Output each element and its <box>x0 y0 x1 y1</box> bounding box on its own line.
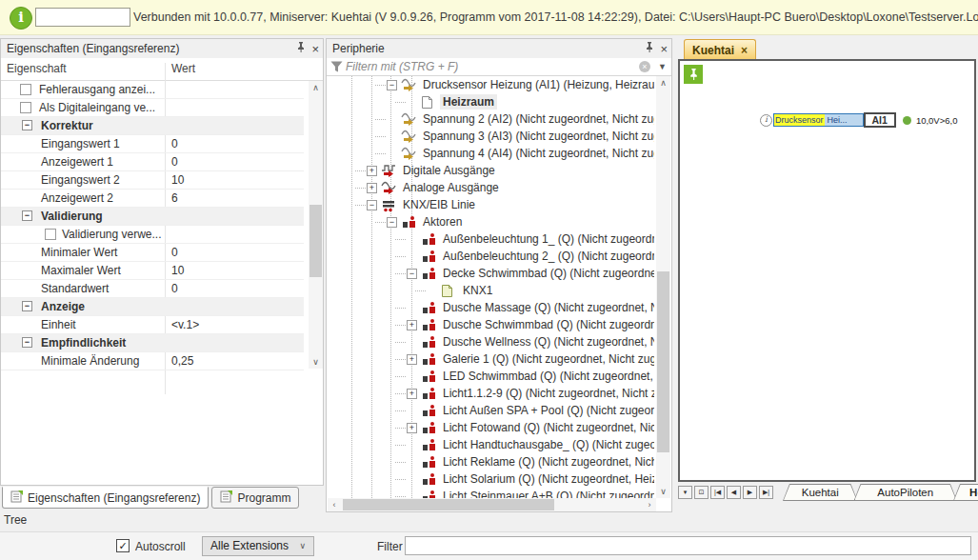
tree-vscrollbar[interactable]: ∧ ∨ <box>656 76 670 498</box>
tree-item[interactable]: Spannung 4 (AI4) (Nicht zugeordnet, Nich… <box>327 145 654 162</box>
property-value[interactable]: 10 <box>171 171 184 189</box>
property-label: Minimaler Wert <box>41 244 117 261</box>
sheet-tab-autopiloten[interactable]: AutoPiloten <box>854 484 958 501</box>
property-label: Standardwert <box>41 280 109 297</box>
tree-item-label: LED Schwimmbad (Q) (Nicht zugeordnet, N <box>440 369 654 384</box>
tree-item[interactable]: KNX1 <box>327 282 654 299</box>
tree-item[interactable]: LED Schwimmbad (Q) (Nicht zugeordnet, N <box>327 368 654 385</box>
property-value[interactable]: 0 <box>171 244 178 261</box>
periphery-panel-title: Peripherie <box>332 42 385 55</box>
expand-icon[interactable]: + <box>407 389 417 399</box>
extensions-dropdown[interactable]: Alle Extensions ∨ <box>202 536 314 556</box>
tree-item[interactable]: Licht Reklame (Q) (Nicht zugeordnet, Nic… <box>327 453 654 470</box>
scroll-up-icon[interactable]: ∧ <box>656 76 670 90</box>
sheet-nav-first-icon[interactable]: |◀ <box>710 486 725 499</box>
filter-dropdown-icon[interactable]: ▼ <box>658 62 667 71</box>
tree-item[interactable]: −KNX/EIB Linie <box>327 196 654 213</box>
autoscroll-checkbox[interactable]: ✓ <box>116 539 130 552</box>
sheet-tab-bar: ▾⊡|◀◀▶▶|KuehtaiAutoPilotenHeizraumKN <box>678 483 978 502</box>
sheet-nav-last-icon[interactable]: ▶| <box>759 486 773 499</box>
tab-close-icon[interactable]: × <box>741 44 748 57</box>
autoscroll-label: Autoscroll <box>135 532 186 560</box>
tree-item[interactable]: −Decke Schwimmbad (Q) (Nicht zugeordnet <box>327 265 654 282</box>
sheet-nav-next-icon[interactable]: ▶ <box>743 486 757 499</box>
scroll-right-icon[interactable]: › <box>643 498 656 511</box>
scrollbar-thumb[interactable] <box>309 205 322 277</box>
property-value[interactable]: 6 <box>171 190 178 207</box>
document-tab-kuehtai[interactable]: Kuehtai × <box>684 39 756 60</box>
property-checkbox[interactable] <box>45 229 56 240</box>
tree-item[interactable]: −Aktoren <box>327 213 654 230</box>
tree-item[interactable]: +Analoge Ausgänge <box>327 179 654 196</box>
tree-item[interactable]: −Drucksensor Heizung (AI1) (Heizung, Hei… <box>327 76 654 93</box>
properties-scrollbar[interactable]: ∧ ∨ <box>309 81 323 369</box>
expand-icon[interactable]: + <box>407 320 417 330</box>
filter-clear-icon[interactable]: × <box>639 61 650 72</box>
property-checkbox[interactable] <box>20 84 31 95</box>
property-value[interactable]: 10 <box>171 262 184 279</box>
property-value[interactable]: 0,25 <box>171 352 193 370</box>
scrollbar-thumb[interactable] <box>657 271 669 452</box>
sheet-nav-dropdown-icon[interactable]: ▾ <box>678 486 692 499</box>
pin-icon[interactable] <box>645 39 654 58</box>
dock-tab-programm[interactable]: Programm <box>211 487 299 509</box>
property-row: Maximaler Wert10 <box>1 262 304 280</box>
close-icon[interactable]: × <box>311 43 319 55</box>
bottom-filter-input[interactable] <box>405 536 971 555</box>
sheet-tab-kuehtai[interactable]: Kuehtai <box>783 484 858 501</box>
tree-item[interactable]: Dusche Wellness (Q) (Nicht zugeordnet, N… <box>327 333 654 350</box>
expand-icon[interactable]: + <box>367 183 377 193</box>
sheet-nav-overview-icon[interactable]: ⊡ <box>694 486 709 499</box>
tree-item[interactable]: +Galerie 1 (Q) (Nicht zugeordnet, Nicht … <box>327 350 654 368</box>
collapse-icon[interactable]: − <box>387 80 397 90</box>
expand-icon[interactable]: + <box>367 166 377 176</box>
tree-item[interactable]: +Digitale Ausgänge <box>327 162 654 179</box>
status-search-input[interactable] <box>35 8 130 27</box>
tree-filter-box[interactable]: Filtern mit (STRG + F) × ▼ <box>327 58 671 76</box>
tree-item[interactable]: Licht Außen SPA + Pool (Q) (Nicht zugeor… <box>327 402 654 419</box>
scroll-down-icon[interactable]: ∨ <box>309 355 323 369</box>
property-checkbox[interactable] <box>20 102 31 113</box>
scroll-up-icon[interactable]: ∧ <box>309 81 323 94</box>
dock-tab-eigenschaften-eingangsreferenz-[interactable]: Eigenschaften (Eingangsreferenz) <box>2 487 209 509</box>
function-block-drucksensor[interactable]: i DrucksensorHei... AI1 10,0V>6,0 <box>760 112 957 128</box>
tree-item-label: Dusche Schwimmbad (Q) (Nicht zugeordn <box>440 317 654 332</box>
tree-item[interactable]: Spannung 2 (AI2) (Nicht zugeordnet, Nich… <box>327 110 654 128</box>
tree-hscrollbar[interactable]: ‹ › <box>328 498 656 511</box>
collapse-icon[interactable]: − <box>22 337 32 348</box>
program-canvas[interactable]: i DrucksensorHei... AI1 10,0V>6,0 <box>678 59 976 482</box>
sheet-tab-heizraum[interactable]: Heizraum <box>953 484 978 501</box>
property-row: Als Digitaleingang ve... <box>1 99 304 117</box>
tree-item[interactable]: Licht Solarium (Q) (Nicht zugeordnet, He… <box>327 470 654 488</box>
tree-item[interactable]: Heizraum <box>327 93 654 110</box>
tree-item[interactable]: Licht Handtuchausgabe_ (Q) (Nicht zugeor <box>327 436 654 453</box>
tree-item[interactable]: Spannung 3 (AI3) (Nicht zugeordnet, Nich… <box>327 128 654 145</box>
property-value[interactable]: <v.1> <box>171 316 199 333</box>
expand-icon[interactable]: + <box>407 354 417 365</box>
collapse-icon[interactable]: − <box>387 217 397 228</box>
tree-item[interactable]: Licht Steinmauer A+B (Q) (Nicht zugeordn <box>327 488 654 498</box>
property-value[interactable]: 0 <box>171 135 178 152</box>
sheet-nav-prev-icon[interactable]: ◀ <box>727 486 741 499</box>
scroll-down-icon[interactable]: ∨ <box>656 485 670 498</box>
collapse-icon[interactable]: − <box>407 269 417 279</box>
collapse-icon[interactable]: − <box>22 301 32 311</box>
tree-item[interactable]: Dusche Massage (Q) (Nicht zugeordnet, Ni <box>327 299 654 316</box>
property-label: Anzeigewert 2 <box>41 190 113 207</box>
pin-icon[interactable] <box>296 39 306 58</box>
property-value[interactable]: 0 <box>171 280 178 297</box>
collapse-icon[interactable]: − <box>22 210 32 221</box>
close-icon[interactable]: × <box>660 43 668 55</box>
tree-item[interactable]: Außenbeleuchtung 2_ (Q) (Nicht zugeordn <box>327 248 654 265</box>
tree-item[interactable]: +Licht1.1.2-9 (Q) (Nicht zugeordnet, Nic… <box>327 385 654 402</box>
collapse-icon[interactable]: − <box>22 120 32 130</box>
expand-icon[interactable]: + <box>407 423 417 433</box>
tree-item[interactable]: +Licht Fotowand (Q) (Nicht zugeordnet, N… <box>327 419 654 436</box>
tree-item[interactable]: +Dusche Schwimmbad (Q) (Nicht zugeordn <box>327 316 654 333</box>
scroll-left-icon[interactable]: ‹ <box>328 498 341 511</box>
property-value[interactable]: 0 <box>171 153 178 170</box>
canvas-pin-button[interactable] <box>684 65 703 84</box>
collapse-icon[interactable]: − <box>367 200 377 210</box>
tree-item[interactable]: Außenbeleuchtung 1_ (Q) (Nicht zugeordn <box>327 230 654 248</box>
scrollbar-thumb[interactable] <box>343 499 554 510</box>
